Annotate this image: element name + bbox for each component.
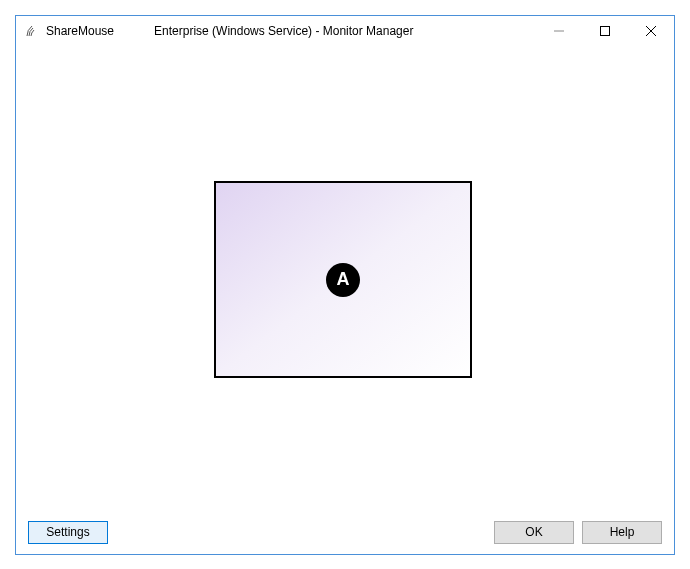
app-name: ShareMouse (46, 24, 114, 38)
window-controls (536, 16, 674, 46)
ok-button[interactable]: OK (494, 521, 574, 544)
button-row: Settings OK Help (16, 521, 674, 544)
titlebar[interactable]: ShareMouse Enterprise (Windows Service) … (16, 16, 674, 46)
maximize-button[interactable] (582, 16, 628, 46)
monitor-badge: A (326, 263, 360, 297)
window-frame: ShareMouse Enterprise (Windows Service) … (15, 15, 675, 555)
minimize-button[interactable] (536, 16, 582, 46)
window-title: Enterprise (Windows Service) - Monitor M… (154, 24, 413, 38)
help-button[interactable]: Help (582, 521, 662, 544)
settings-button[interactable]: Settings (28, 521, 108, 544)
close-button[interactable] (628, 16, 674, 46)
monitor-tile[interactable]: A (214, 181, 472, 378)
monitor-label: A (337, 269, 350, 290)
app-icon (24, 23, 40, 39)
svg-rect-1 (601, 27, 610, 36)
client-area: A Settings OK Help (16, 46, 674, 554)
